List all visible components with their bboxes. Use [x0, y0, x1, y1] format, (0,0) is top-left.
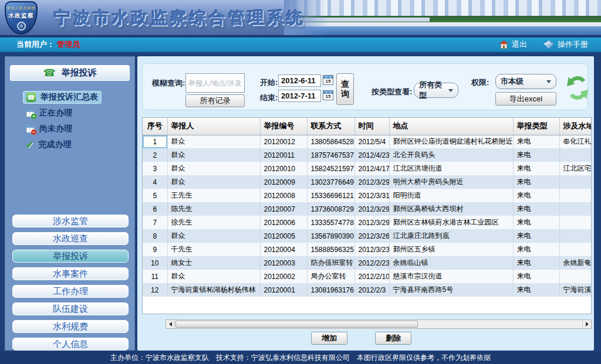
- table-cell: [559, 229, 592, 243]
- table-cell: 20120004: [260, 243, 307, 256]
- col-waters[interactable]: 涉及水域: [559, 118, 592, 135]
- table-cell: 明州大桥中房码头附近: [389, 175, 513, 189]
- sidebar-item-in-progress[interactable]: + 正在办理: [23, 107, 75, 120]
- scroll-left-arrow-icon[interactable]: [166, 320, 175, 328]
- table-row[interactable]: 9千先生20120004158885963252012/3/23鄞州区五乡镇来电: [143, 243, 592, 256]
- col-seq[interactable]: 序号: [143, 118, 167, 135]
- start-date-input[interactable]: [278, 74, 321, 87]
- table-cell: 7: [143, 216, 167, 229]
- table-cell: 群众: [167, 135, 260, 148]
- phone-badge-icon: ☎: [26, 93, 36, 102]
- nav-water-supervision[interactable]: 涉水监管: [12, 215, 129, 227]
- nav-work-handling[interactable]: 工作办理: [12, 285, 129, 298]
- table-row[interactable]: 12宁海前童镇柘湖杨村杨伟林20120001130819631762012/2/…: [143, 283, 592, 297]
- header-banner: 中华人民共和国 水政监察 水 宁波市水政监察综合管理系统: [0, 0, 601, 36]
- end-calendar-icon[interactable]: 15: [323, 90, 333, 100]
- user-bar: 当前用户：管理员 退出 操作手册: [0, 38, 601, 53]
- table-cell: 2012/5/4: [354, 135, 389, 148]
- start-date-label: 开始:: [260, 77, 278, 88]
- col-reporter[interactable]: 举报人: [167, 118, 260, 135]
- table-cell: 江北区洪塘街道: [389, 162, 513, 175]
- type-filter-select[interactable]: 所有类型: [414, 83, 458, 98]
- table-cell: 20120009: [260, 175, 307, 189]
- table-row[interactable]: 7徐先生20120006133355747782012/3/29鄞州区古林镇葑水…: [143, 216, 592, 229]
- table-cell: 2: [143, 148, 167, 162]
- table-cell: 鄞州区高桥镇大西坝村: [389, 202, 513, 216]
- table-row[interactable]: 4群众20120009130237766492012/3/29明州大桥中房码头附…: [143, 175, 592, 189]
- sheet-remove-icon: −: [26, 125, 35, 133]
- add-button[interactable]: 增加: [311, 332, 347, 345]
- logo-agency-text: 水政监察: [6, 12, 36, 20]
- search-button[interactable]: 查询: [336, 73, 354, 105]
- nav-water-cases[interactable]: 水事案件: [12, 267, 129, 280]
- nav-team-building[interactable]: 队伍建设: [12, 302, 129, 315]
- table-cell: 6: [143, 202, 167, 216]
- chevron-down-icon: [448, 89, 453, 92]
- col-location[interactable]: 地点: [389, 118, 513, 135]
- logout-button[interactable]: 退出: [499, 39, 527, 50]
- sidebar-nav: 涉水监管 水政巡查 举报投诉 水事案件 工作办理 队伍建设 水利规费 个人信息: [12, 215, 129, 351]
- filter-bar: 模糊查询: 所有记录 开始: 15 结束: 15 查询 按类型查看: 所有类型: [142, 63, 588, 110]
- table-row[interactable]: 3群众20120010158245215972012/4/17江北区洪塘街道来电…: [143, 162, 592, 175]
- nav-personal-info[interactable]: 个人信息: [12, 338, 129, 351]
- sidebar-section-header[interactable]: ☎ 举报投诉: [10, 65, 130, 81]
- table-cell: 13805864528: [307, 135, 354, 148]
- table-cell: 20120011: [260, 148, 307, 162]
- sidebar-item-completed[interactable]: ✔ 完成办理: [23, 138, 74, 151]
- start-calendar-icon[interactable]: 15: [323, 75, 333, 85]
- report-table-body: 1群众20120012138058645282012/5/4鄞州区钟公庙街道铜盆…: [143, 135, 592, 297]
- end-date-input[interactable]: [278, 90, 321, 102]
- nav-water-fees[interactable]: 水利规费: [12, 320, 129, 333]
- sidebar-item-not-handled[interactable]: − 尚未办理: [23, 123, 75, 135]
- manual-label: 操作手册: [558, 39, 588, 50]
- page-title: 宁波市水政监察综合管理系统: [54, 7, 306, 29]
- table-row[interactable]: 2群众20120011187574675372012/4/23北仑开良码头来电: [143, 148, 592, 162]
- table-cell: 20120010: [260, 162, 307, 175]
- table-cell: 20120005: [260, 229, 307, 243]
- all-records-button[interactable]: 所有记录: [185, 94, 245, 107]
- permission-select[interactable]: 市本级: [495, 74, 556, 89]
- col-contact[interactable]: 联系方式: [307, 118, 354, 135]
- table-cell: 来电: [513, 243, 559, 256]
- phone-icon: ☎: [43, 68, 55, 78]
- table-cell: 来电: [513, 175, 559, 189]
- table-cell: 陈先生: [167, 202, 260, 216]
- table-row[interactable]: 6陈先生20120007137360087292012/3/29鄞州区高桥镇大西…: [143, 202, 592, 216]
- nav-report-complaint[interactable]: 举报投诉: [12, 250, 129, 263]
- nav-water-patrol[interactable]: 水政巡查: [12, 232, 129, 245]
- submenu-label: 正在办理: [39, 108, 72, 118]
- table-cell: 防办值班室转: [307, 256, 354, 270]
- table-cell: 2012/3/31: [354, 189, 389, 202]
- sidebar-item-report-summary[interactable]: ☎ 举报投诉汇总表: [23, 91, 102, 104]
- sheet-add-icon: +: [26, 109, 35, 117]
- col-time[interactable]: 时间: [354, 118, 389, 135]
- horizontal-scrollbar[interactable]: [166, 319, 592, 329]
- fuzzy-search-input[interactable]: [185, 73, 245, 93]
- permission-label: 权限:: [471, 77, 489, 88]
- table-cell: 群众: [167, 229, 260, 243]
- chevron-down-icon: [546, 80, 551, 83]
- scroll-right-arrow-icon[interactable]: [582, 320, 591, 328]
- table-cell: 徐先生: [167, 216, 260, 229]
- col-report-type[interactable]: 举报类型: [513, 118, 559, 135]
- export-excel-button[interactable]: 导出excel: [495, 92, 556, 106]
- table-row[interactable]: 11群众20120002局办公室转2012/2/10慈溪市宗汉街道来电: [143, 270, 592, 283]
- table-cell: 5: [143, 189, 167, 202]
- manual-button[interactable]: 操作手册: [543, 39, 588, 50]
- table-row[interactable]: 10姚女士20120003防办值班室转2012/2/23余姚临山镇来电余姚新奄: [143, 256, 592, 270]
- permission-value: 市本级: [501, 76, 524, 87]
- table-cell: 来电: [513, 202, 559, 216]
- col-report-no[interactable]: 举报编号: [260, 118, 307, 135]
- table-row[interactable]: 1群众20120012138058645282012/5/4鄞州区钟公庙街道铜盆…: [143, 135, 592, 148]
- sidebar-section-label: 举报投诉: [62, 67, 97, 79]
- logo-emblem: 水: [17, 22, 26, 30]
- table-cell: 2012/2/23: [354, 256, 389, 270]
- refresh-icon[interactable]: [566, 74, 589, 101]
- table-cell: 13567890390: [307, 229, 354, 243]
- delete-button[interactable]: 删除: [375, 332, 411, 345]
- scrollbar-thumb[interactable]: [175, 321, 418, 328]
- table-row[interactable]: 5王先生20120008153366961212012/3/31阳明街道来电: [143, 189, 592, 202]
- table-cell: 2012/2/10: [354, 270, 389, 283]
- table-row[interactable]: 8群众20120005135678903902012/3/26江北康庄北路到底来…: [143, 229, 592, 243]
- current-user: 当前用户：管理员: [16, 39, 80, 50]
